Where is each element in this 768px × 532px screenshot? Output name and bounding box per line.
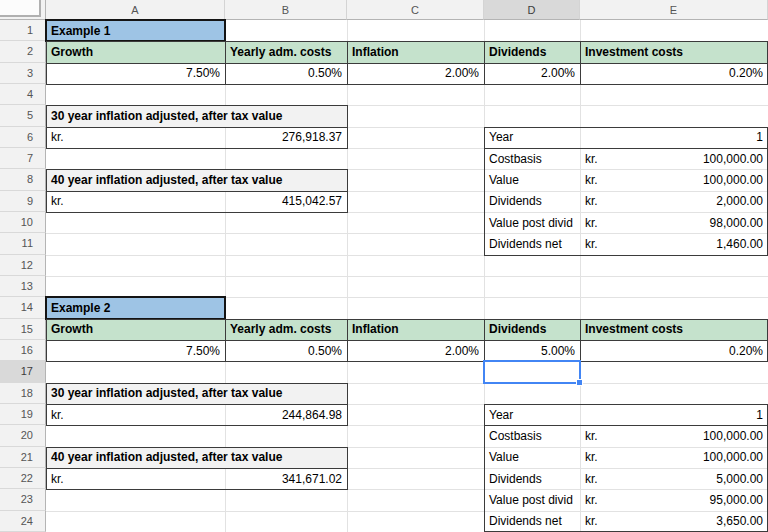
row-header-20[interactable]: 20 — [0, 425, 46, 446]
row-header-14[interactable]: 14 — [0, 297, 46, 318]
row-header-label: 24 — [21, 515, 33, 527]
cell-A15[interactable]: Growth — [46, 319, 225, 340]
cell-D22[interactable]: Dividends — [484, 468, 580, 489]
row-header-11[interactable]: 11 — [0, 233, 46, 254]
cell-E2[interactable]: Investment costs — [580, 41, 768, 62]
row-header-label: 10 — [21, 216, 33, 228]
row-header-22[interactable]: 22 — [0, 468, 46, 489]
cell-A14[interactable]: Example 2 — [46, 297, 225, 318]
cell-B6[interactable]: 276,918.37 — [225, 127, 347, 148]
cell-E16[interactable]: 0.20% — [580, 340, 768, 361]
row-header-12[interactable]: 12 — [0, 255, 46, 276]
cell-A5[interactable]: 30 year inflation adjusted, after tax va… — [46, 105, 347, 126]
row-header-10[interactable]: 10 — [0, 212, 46, 233]
select-all-corner[interactable] — [0, 0, 46, 20]
row-header-23[interactable]: 23 — [0, 489, 46, 510]
cell-value: Growth — [51, 45, 93, 59]
cell-E7[interactable]: kr.100,000.00 — [580, 148, 768, 169]
row-header-2[interactable]: 2 — [0, 41, 46, 62]
cell-border — [347, 447, 348, 469]
cell-D8[interactable]: Value — [484, 169, 580, 190]
cell-D9[interactable]: Dividends — [484, 191, 580, 212]
cell-A22[interactable]: kr. — [46, 468, 225, 489]
cell-E8[interactable]: kr.100,000.00 — [580, 169, 768, 190]
row-header-label: 20 — [21, 429, 33, 441]
column-header-B[interactable]: B — [225, 0, 347, 20]
cell-C2[interactable]: Inflation — [347, 41, 484, 62]
cell-D19[interactable]: Year — [484, 404, 580, 425]
cell-D7[interactable]: Costbasis — [484, 148, 580, 169]
cell-E23[interactable]: kr.95,000.00 — [580, 489, 768, 510]
row-header-15[interactable]: 15 — [0, 319, 46, 340]
row-header-21[interactable]: 21 — [0, 447, 46, 468]
row-header-3[interactable]: 3 — [0, 63, 46, 84]
cell-A18[interactable]: 30 year inflation adjusted, after tax va… — [46, 383, 347, 404]
row-header-13[interactable]: 13 — [0, 276, 46, 297]
row-header-9[interactable]: 9 — [0, 191, 46, 212]
cell-D6[interactable]: Year — [484, 127, 580, 148]
cell-D3[interactable]: 2.00% — [484, 63, 580, 84]
column-header-D[interactable]: D — [484, 0, 580, 20]
currency-label: kr. — [585, 450, 598, 464]
cell-value: 1 — [756, 130, 763, 144]
cell-E6[interactable]: 1 — [580, 127, 768, 148]
cell-E11[interactable]: kr.1,460.00 — [580, 233, 768, 254]
row-header-5[interactable]: 5 — [0, 105, 46, 126]
cell-C3[interactable]: 2.00% — [347, 63, 484, 84]
cell-B19[interactable]: 244,864.98 — [225, 404, 347, 425]
cell-D16[interactable]: 5.00% — [484, 340, 580, 361]
cell-E21[interactable]: kr.100,000.00 — [580, 447, 768, 468]
column-header-A[interactable]: A — [46, 0, 225, 20]
cell-E10[interactable]: kr.98,000.00 — [580, 212, 768, 233]
cell-D21[interactable]: Value — [484, 447, 580, 468]
row-header-17[interactable]: 17 — [0, 361, 46, 382]
cell-B15[interactable]: Yearly adm. costs — [225, 319, 347, 340]
cell-C15[interactable]: Inflation — [347, 319, 484, 340]
row-header-18[interactable]: 18 — [0, 383, 46, 404]
cell-E20[interactable]: kr.100,000.00 — [580, 425, 768, 446]
fill-handle[interactable] — [576, 379, 583, 386]
cell-E22[interactable]: kr.5,000.00 — [580, 468, 768, 489]
row-header-1[interactable]: 1 — [0, 20, 46, 41]
cell-A9[interactable]: kr. — [46, 191, 225, 212]
cell-D10[interactable]: Value post divid — [484, 212, 580, 233]
row-header-7[interactable]: 7 — [0, 148, 46, 169]
row-header-16[interactable]: 16 — [0, 340, 46, 361]
cell-B16[interactable]: 0.50% — [225, 340, 347, 361]
row-header-label: 11 — [22, 237, 33, 249]
cell-E15[interactable]: Investment costs — [580, 319, 768, 340]
cell-B9[interactable]: 415,042.57 — [225, 191, 347, 212]
column-header-C[interactable]: C — [347, 0, 484, 20]
cell-B3[interactable]: 0.50% — [225, 63, 347, 84]
cell-A1[interactable]: Example 1 — [46, 20, 225, 41]
cell-A19[interactable]: kr. — [46, 404, 225, 425]
cell-B2[interactable]: Yearly adm. costs — [225, 41, 347, 62]
column-header-E[interactable]: E — [580, 0, 768, 20]
cell-D24[interactable]: Dividends net — [484, 511, 580, 532]
cell-A8[interactable]: 40 year inflation adjusted, after tax va… — [46, 169, 347, 190]
cell-A21[interactable]: 40 year inflation adjusted, after tax va… — [46, 447, 347, 468]
cell-A2[interactable]: Growth — [46, 41, 225, 62]
cell-value: Yearly adm. costs — [230, 45, 331, 59]
row-header-6[interactable]: 6 — [0, 127, 46, 148]
cell-B22[interactable]: 341,671.02 — [225, 468, 347, 489]
cell-E24[interactable]: kr.3,650.00 — [580, 511, 768, 532]
cell-A3[interactable]: 7.50% — [46, 63, 225, 84]
currency-label: kr. — [585, 194, 598, 208]
selection-outline[interactable] — [483, 360, 581, 383]
row-header-4[interactable]: 4 — [0, 84, 46, 105]
cell-D2[interactable]: Dividends — [484, 41, 580, 62]
cell-E19[interactable]: 1 — [580, 404, 768, 425]
cell-A6[interactable]: kr. — [46, 127, 225, 148]
cell-A16[interactable]: 7.50% — [46, 340, 225, 361]
cell-D11[interactable]: Dividends net — [484, 233, 580, 254]
cell-E3[interactable]: 0.20% — [580, 63, 768, 84]
row-header-24[interactable]: 24 — [0, 511, 46, 532]
cell-E9[interactable]: kr.2,000.00 — [580, 191, 768, 212]
cell-D20[interactable]: Costbasis — [484, 425, 580, 446]
row-header-19[interactable]: 19 — [0, 404, 46, 425]
row-header-8[interactable]: 8 — [0, 169, 46, 190]
cell-C16[interactable]: 2.00% — [347, 340, 484, 361]
cell-D23[interactable]: Value post divid — [484, 489, 580, 510]
cell-D15[interactable]: Dividends — [484, 319, 580, 340]
